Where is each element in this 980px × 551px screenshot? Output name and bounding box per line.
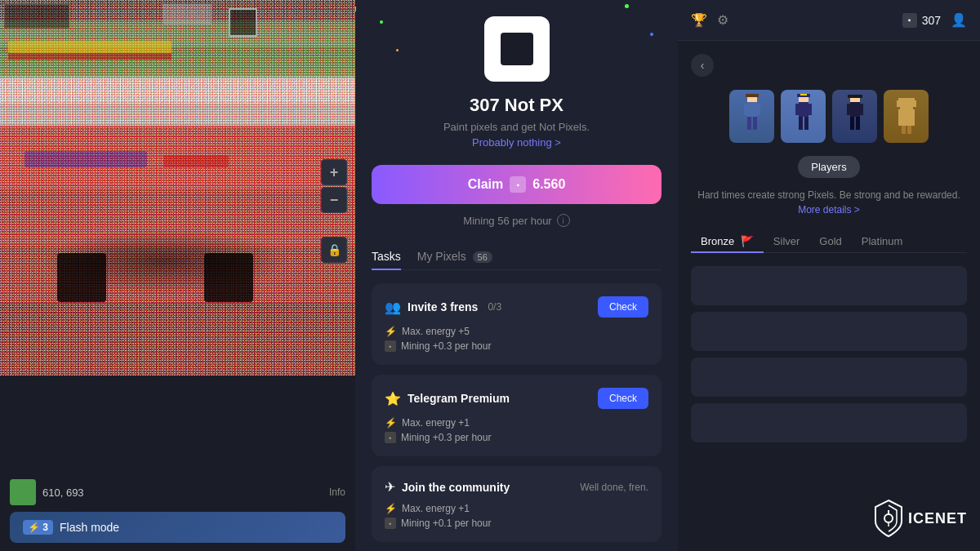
claim-button[interactable]: Claim ▪ 6.560 <box>372 165 662 204</box>
dot-3 <box>625 4 629 8</box>
svg-rect-14 <box>804 117 808 130</box>
mining-icon-3: ▪ <box>385 518 396 529</box>
task-title-row-3: ✈ Join the community <box>385 479 510 495</box>
check-button-1[interactable]: Check <box>598 296 648 318</box>
dot-4 <box>650 33 653 36</box>
canvas-area: + − 🔒 610, 693 Info <box>0 0 355 551</box>
avatar-icon[interactable]: 👤 <box>951 12 967 28</box>
svg-rect-20 <box>850 117 854 130</box>
svg-rect-26 <box>902 126 906 134</box>
flash-mode-button[interactable]: ⚡ 3 Flash mode <box>10 512 345 543</box>
canvas-bottom: 610, 693 Info ⚡ 3 Flash mode <box>0 375 355 551</box>
placeholder-row-1 <box>691 266 967 305</box>
task-title-1: Invite 3 frens <box>408 300 478 313</box>
placeholder-row-2 <box>691 312 967 351</box>
info-button[interactable]: Info <box>329 487 345 498</box>
game-panel: 307 Not PX Paint pixels and get Not Pixe… <box>355 0 678 551</box>
game-logo-inner <box>501 33 533 65</box>
reward-row-2-2: ▪ Mining +0.3 per hour <box>385 432 648 443</box>
back-button[interactable]: ‹ <box>691 54 714 77</box>
gear-icon: ⚙ <box>717 12 728 28</box>
placeholder-row-4 <box>691 403 967 442</box>
energy-icon-1: ⚡ <box>385 326 397 337</box>
tab-tasks[interactable]: Tasks <box>372 243 401 269</box>
task-icon-2: ⭐ <box>385 391 401 407</box>
score-value: 307 <box>922 14 941 27</box>
svg-point-30 <box>884 514 893 522</box>
reward-text-1-2: Mining +0.3 per hour <box>401 340 491 352</box>
task-icon-1: 👥 <box>385 300 401 315</box>
pixel-canvas[interactable]: + − 🔒 <box>0 0 355 375</box>
svg-rect-29 <box>911 98 915 103</box>
game-link[interactable]: Probably nothing > <box>372 136 662 149</box>
task-title-2: Telegram Premium <box>408 392 510 405</box>
characters-row <box>691 90 967 143</box>
task-header-3: ✈ Join the community Well done, fren. <box>385 479 648 495</box>
dot-2 <box>380 20 383 24</box>
character-2 <box>781 90 826 143</box>
check-button-2[interactable]: Check <box>598 388 648 409</box>
svg-rect-25 <box>898 109 915 126</box>
svg-rect-16 <box>848 95 862 98</box>
svg-rect-11 <box>795 104 800 115</box>
character-1 <box>729 90 774 143</box>
character-3 <box>832 90 877 143</box>
tier-tab-gold[interactable]: Gold <box>809 230 851 252</box>
zoom-in-button[interactable]: + <box>321 159 347 185</box>
dot-5 <box>396 49 399 51</box>
tab-my-pixels[interactable]: My Pixels 56 <box>417 243 492 269</box>
coordinates-row: 610, 693 Info <box>10 479 345 505</box>
task-header-1: 👥 Invite 3 frens 0/3 Check <box>385 296 648 318</box>
icenet-logo: ICENET <box>872 499 967 538</box>
game-logo <box>484 16 550 82</box>
task-progress-1: 0/3 <box>488 301 501 313</box>
mining-icon-1: ▪ <box>385 340 396 352</box>
right-panel: 🏆 ⚙ ▪ 307 👤 ‹ <box>678 0 980 551</box>
task-telegram-premium: ⭐ Telegram Premium Check ⚡ Max. energy +… <box>372 375 662 456</box>
svg-rect-28 <box>898 98 902 103</box>
reward-text-3-2: Mining +0.1 per hour <box>401 518 491 529</box>
placeholder-rows <box>691 266 967 442</box>
tier-tabs: Bronze 🚩 Silver Gold Platinum <box>691 230 967 253</box>
svg-rect-3 <box>744 104 749 115</box>
pixel-element-2 <box>163 155 229 167</box>
reward-row-2-1: ⚡ Max. energy +1 <box>385 417 648 429</box>
icenet-shield-icon <box>872 499 905 538</box>
character-4 <box>884 90 929 143</box>
svg-rect-6 <box>753 117 757 130</box>
tier-tab-bronze[interactable]: Bronze 🚩 <box>691 230 764 252</box>
active-color-swatch[interactable] <box>10 479 36 505</box>
game-title: 307 Not PX <box>372 95 662 116</box>
more-details-link[interactable]: More details > <box>798 204 860 216</box>
lock-button[interactable]: 🔒 <box>321 237 347 263</box>
right-header: 🏆 ⚙ ▪ 307 👤 <box>678 0 980 41</box>
header-score: ▪ 307 <box>902 13 941 28</box>
energy-icon-3: ⚡ <box>385 503 397 514</box>
svg-rect-4 <box>755 104 760 115</box>
tier-tab-silver[interactable]: Silver <box>764 230 810 252</box>
mining-rate-text: Mining 56 per hour <box>463 215 551 227</box>
score-icon: ▪ <box>902 13 917 28</box>
reward-text-2-2: Mining +0.3 per hour <box>401 432 491 443</box>
energy-icon-2: ⚡ <box>385 417 397 429</box>
flash-badge: ⚡ 3 <box>23 520 53 535</box>
mining-info-icon[interactable]: i <box>557 214 570 227</box>
description: Hard times create strong Pixels. Be stro… <box>691 188 967 217</box>
reward-row-3-2: ▪ Mining +0.1 per hour <box>385 518 648 529</box>
svg-rect-5 <box>747 117 751 130</box>
svg-rect-27 <box>907 126 911 134</box>
pixel-element-1 <box>24 151 147 167</box>
svg-rect-13 <box>799 117 803 130</box>
tier-tab-platinum[interactable]: Platinum <box>852 230 913 252</box>
my-pixels-badge: 56 <box>473 251 492 263</box>
players-badge: Players <box>798 156 859 178</box>
claim-label: Claim <box>468 177 504 192</box>
svg-rect-19 <box>858 104 863 115</box>
claim-icon: ▪ <box>510 176 526 193</box>
zoom-out-button[interactable]: − <box>321 187 347 213</box>
svg-rect-9 <box>800 94 807 96</box>
pixel-detail-1 <box>4 4 69 29</box>
icenet-text: ICENET <box>908 510 967 527</box>
pixel-flag-strip <box>8 41 172 53</box>
svg-rect-18 <box>847 104 852 115</box>
